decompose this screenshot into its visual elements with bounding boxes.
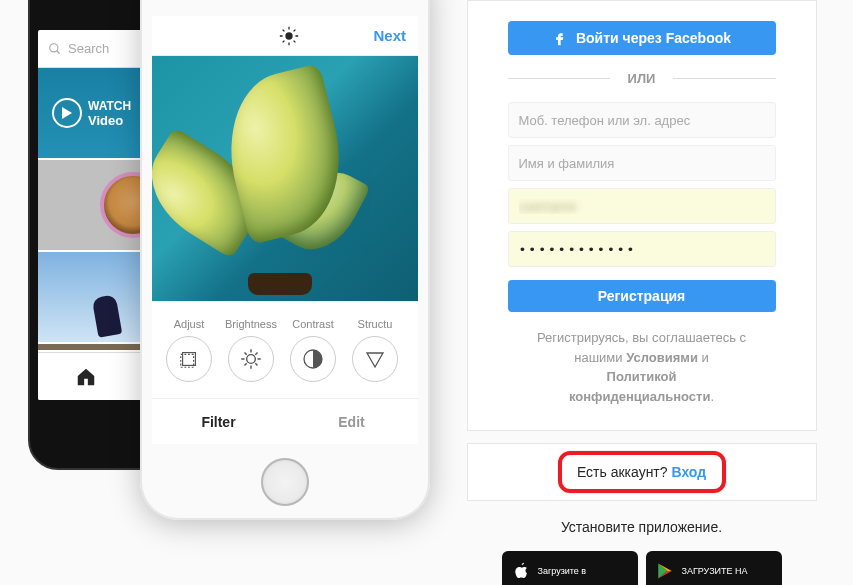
- editor-tools: Adjust Brightness Contrast: [152, 301, 418, 444]
- tool-brightness[interactable]: Brightness: [220, 318, 282, 382]
- privacy-link[interactable]: Политикой: [607, 369, 677, 384]
- facebook-icon: [552, 30, 568, 46]
- have-account-text: Есть аккаунт?: [577, 464, 672, 480]
- apple-icon: [512, 560, 530, 582]
- editor-header: Next: [152, 16, 418, 56]
- structure-icon: [363, 347, 387, 371]
- store-badges: Загрузите в ЗАГРУЗИТЕ НА: [502, 551, 782, 585]
- login-link[interactable]: Вход: [671, 464, 706, 480]
- googleplay-badge[interactable]: ЗАГРУЗИТЕ НА: [646, 551, 782, 585]
- adjust-icon: [178, 348, 200, 370]
- terms-link[interactable]: Условиями: [626, 350, 698, 365]
- signup-card: Войти через Facebook ИЛИ Регистрация Рег…: [467, 0, 817, 431]
- appstore-badge[interactable]: Загрузите в: [502, 551, 638, 585]
- phone-mockups: Search WATCH Video: [0, 0, 440, 585]
- watch-label: WATCH: [88, 99, 131, 113]
- home-button: [261, 458, 309, 506]
- tool-adjust[interactable]: Adjust: [158, 318, 220, 382]
- tab-edit[interactable]: Edit: [285, 399, 418, 444]
- play-icon: [52, 98, 82, 128]
- login-card: Есть аккаунт? Вход: [467, 443, 817, 501]
- tab-filter[interactable]: Filter: [152, 399, 285, 444]
- editor-image: [152, 56, 418, 301]
- contrast-icon: [301, 347, 325, 371]
- home-icon: [75, 366, 97, 388]
- svg-point-0: [50, 43, 58, 51]
- facebook-login-button[interactable]: Войти через Facebook: [508, 21, 776, 55]
- video-overlay: WATCH Video: [52, 98, 131, 128]
- googleplay-icon: [656, 561, 674, 581]
- brightness-icon: [238, 346, 264, 372]
- password-field[interactable]: [508, 231, 776, 267]
- signup-button[interactable]: Регистрация: [508, 280, 776, 312]
- install-text: Установите приложение.: [561, 519, 722, 535]
- phone-front: Next Adjust: [140, 0, 430, 520]
- svg-point-4: [285, 32, 292, 39]
- phone-email-field[interactable]: [508, 102, 776, 138]
- search-placeholder: Search: [68, 41, 109, 56]
- search-icon: [48, 42, 62, 56]
- privacy-link[interactable]: конфиденциальности: [569, 389, 711, 404]
- svg-line-1: [57, 50, 60, 53]
- svg-point-7: [247, 355, 256, 364]
- terms-text: Регистрируясь, вы соглашаетесь с нашими …: [508, 328, 776, 406]
- lux-icon: [278, 25, 300, 47]
- next-button[interactable]: Next: [373, 27, 406, 44]
- username-field[interactable]: [508, 188, 776, 224]
- tool-structure[interactable]: Structu: [344, 318, 406, 382]
- fullname-field[interactable]: [508, 145, 776, 181]
- divider-text: ИЛИ: [610, 71, 674, 86]
- tool-contrast[interactable]: Contrast: [282, 318, 344, 382]
- video-label: Video: [88, 113, 131, 128]
- divider: ИЛИ: [508, 71, 776, 86]
